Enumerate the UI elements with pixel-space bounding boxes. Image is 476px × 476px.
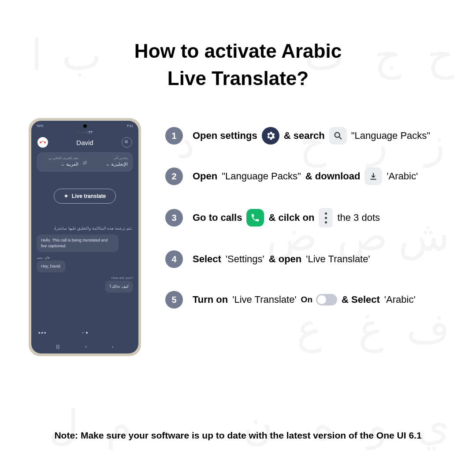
footer-note: Note: Make sure your software is up to d… [0, 430, 476, 441]
phone-mockup: ٩٤% ٣:٤٤ 📞 ٠٠:٣٢ David ملف التعريف الخاص… [29, 118, 141, 356]
language-card: ملف التعريف الخاص بي ⌄العربية ⇄ شخص آخر … [37, 152, 133, 172]
contact-name: David [76, 139, 93, 146]
keypad-icon [124, 140, 130, 145]
step-3: 3 Go to calls & cilck on the 3 dots [165, 208, 458, 227]
page-title: How to activate Arabic Live Translate? [0, 0, 476, 92]
lang-mine[interactable]: ملف التعريف الخاص بي ⌄العربية [42, 156, 78, 167]
captions-area: تتم ترجمة هذه المكالمة والتعليق عليها مب… [31, 226, 138, 296]
hangup-button[interactable] [37, 137, 48, 148]
search-icon [329, 127, 347, 145]
step-number: 2 [165, 167, 183, 185]
home-icon[interactable]: ○ [85, 344, 87, 349]
toggle-switch[interactable]: On [301, 294, 337, 305]
three-dots-icon [319, 208, 333, 227]
keypad-button[interactable] [122, 137, 132, 148]
chevron-down-icon: ⌄ [106, 162, 109, 167]
caption-bubble: Hello. This call is being translated and… [37, 234, 119, 252]
step-number: 3 [165, 209, 183, 227]
svg-line-5 [339, 137, 341, 139]
gear-icon [262, 127, 279, 145]
svg-rect-2 [125, 142, 126, 143]
android-navbar: ||| ○ › [31, 344, 138, 349]
step-number: 1 [165, 127, 183, 145]
live-translate-button[interactable]: ✦ Live translate [54, 189, 116, 204]
step-number: 5 [165, 291, 183, 309]
caption-bubble: كيف حالك؟ [105, 281, 133, 293]
svg-rect-1 [126, 141, 128, 142]
camera-cutout [83, 124, 87, 128]
call-timer: 📞 ٠٠:٣٢ [31, 129, 138, 137]
lang-other[interactable]: شخص آخر ⌄الإنجليزية [91, 156, 128, 167]
step-1: 1 Open settings & search "Language Packs… [165, 127, 458, 145]
back-icon[interactable]: › [112, 344, 113, 349]
steps-list: 1 Open settings & search "Language Packs… [165, 118, 458, 309]
swap-icon[interactable]: ⇄ [83, 160, 87, 167]
switch-icon [316, 294, 337, 305]
chevron-down-icon: ⌄ [61, 162, 64, 167]
sparkle-icon: ✦ [64, 193, 68, 199]
pager-dots [82, 332, 88, 334]
step-2: 2 Open "Language Packs" & download 'Arab… [165, 167, 458, 185]
caption-bubble: Hey, David. [37, 260, 66, 272]
download-icon [364, 167, 382, 185]
recents-icon[interactable]: ||| [56, 344, 60, 349]
step-4: 4 Select 'Settings' & open 'Live Transla… [165, 250, 458, 268]
svg-rect-0 [125, 141, 126, 142]
more-icon[interactable]: ••• [38, 329, 47, 336]
phone-icon [246, 209, 264, 227]
step-5: 5 Turn on 'Live Translate' On & Select '… [165, 291, 458, 309]
step-number: 4 [165, 250, 183, 268]
svg-rect-3 [126, 142, 128, 143]
hangup-icon [40, 139, 46, 145]
